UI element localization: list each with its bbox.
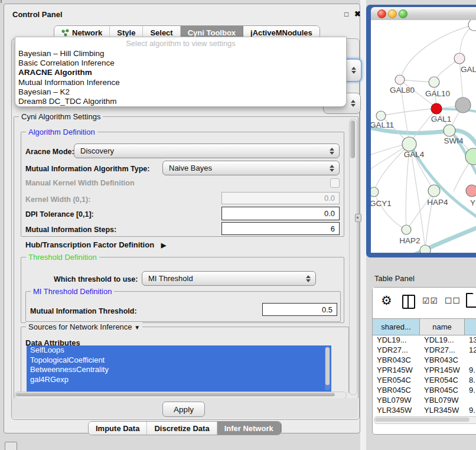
network-node[interactable] [371,187,379,197]
network-edge[interactable] [410,109,436,143]
apply-button[interactable]: Apply [162,402,205,417]
unchecked-checkboxes-icon[interactable]: ☐☐ [445,296,461,305]
network-node[interactable] [428,185,440,197]
dropdown-item[interactable]: Mutual Information Inference [15,78,346,87]
collapsed-panel-button[interactable] [5,442,17,450]
expanded-arrow-icon[interactable]: ▼ [134,324,140,331]
close-traffic-light[interactable] [377,9,386,18]
data-attributes-list[interactable]: SelfLoopsTopologicalCoefficientBetweenne… [27,345,331,392]
column-header-name[interactable]: name [420,319,465,335]
kernel-width-label: Kernel Width (0,1): [25,195,90,204]
table-body: YDL19...YDL19...13YDR27...YDR27...12YBR0… [373,335,476,416]
dpi-tolerance-input[interactable]: 0.0 [221,207,340,220]
table-cell-name: YLR345W [420,406,465,415]
network-node[interactable] [395,75,405,84]
table-horizontal-scrollbar[interactable] [374,416,476,424]
network-edge[interactable] [381,109,436,116]
table-row[interactable]: YER054CYER054C8. [373,375,476,385]
network-edge[interactable] [407,191,434,229]
attribute-list-scrollbar[interactable] [325,347,330,390]
table-cell-name: YPR145W [420,366,465,374]
mi-threshold-input[interactable]: 0.5 [262,303,337,316]
table-cell-name: YBR045C [420,386,465,394]
attribute-item[interactable]: BetweennessCentrality [27,365,331,375]
float-window-icon[interactable]: □ [344,10,348,18]
dropdown-item[interactable]: Basic Correlation Inference [15,58,346,68]
network-node[interactable] [444,125,455,136]
network-node[interactable] [402,137,416,151]
attribute-scroll-thumb[interactable] [325,347,330,385]
table-row[interactable]: YBL079WYBL079W [373,395,476,405]
network-view-window: GALGAL80GAL10GAL1GAL11SWI4GAL4GCY1HAP4YH… [366,5,476,257]
table-row[interactable]: YBR043CYBR043C [373,355,476,365]
network-node[interactable] [402,225,411,234]
table-cell-val: 9. [465,386,476,394]
divider-collapse-handle[interactable] [355,214,361,222]
table-row[interactable]: YLR345WYLR345W9. [373,405,476,415]
mi-type-combobox[interactable]: Naive Bayes [162,161,340,175]
mi-steps-input[interactable]: 6 [221,222,340,235]
tab-impute-data[interactable]: Impute Data [89,422,147,435]
tab-infer-network[interactable]: Infer Network [217,422,281,435]
window-edge-artifact [1,0,2,3]
gear-icon[interactable]: ⚙ [381,294,392,308]
network-node-label: GAL4 [404,150,425,159]
sources-title-text: Sources for Network Inference [28,322,132,331]
table-row[interactable]: YDR27...YDR27...12 [373,345,476,355]
hub-factor-section-label[interactable]: Hub/Transcription Factor Definition ▶ [25,240,166,249]
tab-label: Network [72,28,102,37]
dropdown-item[interactable]: Bayesian – Hill Climbing [15,49,346,58]
table-cell-val: 13 [465,335,476,344]
table-cell-val: 12 [465,345,476,354]
manual-kernel-checkbox[interactable] [330,178,340,188]
attribute-items: SelfLoopsTopologicalCoefficientBetweenne… [27,345,331,384]
tab-label: Style [117,28,135,37]
network-window-titlebar[interactable] [371,7,476,21]
settings-hscroll-thumb[interactable] [16,393,335,396]
table-row[interactable]: YBR045CYBR045C9. [373,385,476,395]
mi-type-value: Naive Bayes [169,164,212,172]
kernel-width-input[interactable]: 0.0 [221,192,340,204]
minimize-traffic-light[interactable] [388,9,397,18]
network-node[interactable] [466,185,476,197]
collapsed-arrow-icon[interactable]: ▶ [161,242,166,249]
network-node[interactable] [454,53,465,64]
table-row[interactable]: YDL19...YDL19...13 [373,335,476,345]
divider-dot [357,217,358,219]
which-threshold-combobox[interactable]: MI Threshold [142,271,316,286]
new-table-page-icon[interactable] [466,293,476,308]
control-panel-title: Control Panel [12,10,63,19]
tab-label: Infer Network [224,424,273,433]
settings-vertical-scrollbar[interactable] [349,119,357,395]
zoom-traffic-light[interactable] [399,9,407,18]
table-panel-window: ⚙ ☑☑ ☐☐ shared... name YDL19...YDL19...1… [372,287,476,435]
network-node[interactable] [455,97,471,113]
dropdown-item[interactable]: Dream8 DC_TDC Algorithm [15,97,346,106]
network-node[interactable] [420,245,431,253]
network-canvas[interactable]: GALGAL80GAL10GAL1GAL11SWI4GAL4GCY1HAP4YH… [371,20,476,253]
dropdown-item-list: Bayesian – Hill ClimbingBasic Correlatio… [15,49,346,106]
spinner-arrows-icon [306,275,311,282]
attribute-item[interactable]: SelfLoops [27,345,331,356]
network-edge[interactable] [374,193,406,230]
table-row[interactable]: YPR145WYPR145W9. [373,365,476,375]
table-hscroll-thumb[interactable] [375,418,470,422]
attribute-item[interactable]: TopologicalCoefficient [27,356,331,366]
table-cell-shared: YLR345W [373,406,420,415]
column-header-third[interactable] [465,319,476,335]
network-node[interactable] [431,103,442,114]
network-node[interactable] [429,77,439,87]
table-cell-shared: YER054C [373,376,420,384]
dropdown-item[interactable]: ARACNE Algorithm [15,68,346,77]
dropdown-item[interactable]: Bayesian – K2 [15,87,346,97]
split-columns-icon[interactable] [402,295,415,309]
checked-checkboxes-icon[interactable]: ☑☑ [422,296,438,305]
network-node[interactable] [465,148,476,165]
aracne-mode-combobox[interactable]: Discovery [74,144,340,158]
network-node[interactable] [376,111,386,120]
tab-label: jActiveMNodules [250,28,312,37]
attribute-item[interactable]: gal4RGexp [27,375,331,385]
tab-discretize-data[interactable]: Discretize Data [147,422,217,435]
settings-vscroll-thumb[interactable] [350,120,355,158]
column-header-shared[interactable]: shared... [373,319,420,335]
